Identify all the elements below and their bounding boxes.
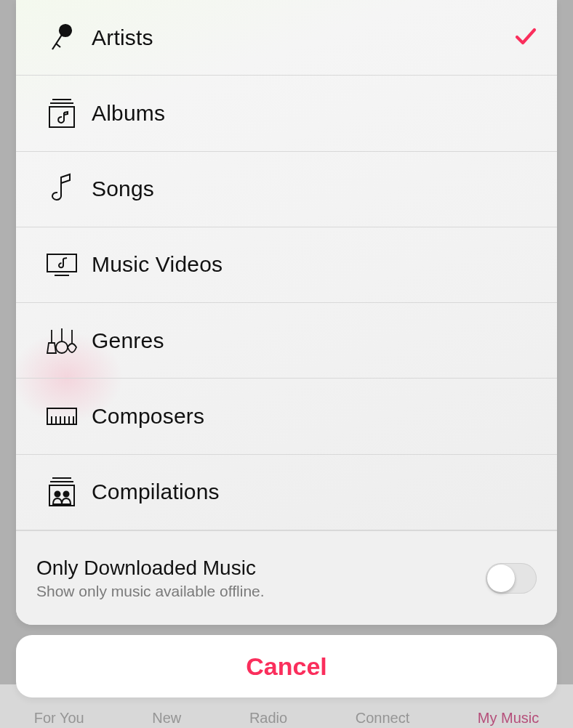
row-artists[interactable]: Artists [16, 0, 557, 76]
tab-radio: Radio [249, 710, 287, 727]
compilation-icon [36, 477, 87, 507]
row-label: Genres [92, 328, 164, 353]
row-label: Music Videos [92, 252, 223, 277]
svg-marker-9 [47, 343, 56, 353]
library-sort-sheet: Artists Albums Songs [16, 0, 557, 625]
tab-my-music: My Music [478, 710, 539, 727]
row-label: Artists [92, 25, 153, 50]
toggle-knob [487, 565, 515, 592]
row-songs[interactable]: Songs [16, 152, 557, 227]
tab-for-you: For You [34, 710, 84, 727]
row-composers[interactable]: Composers [16, 379, 557, 454]
svg-point-0 [60, 25, 71, 36]
tab-connect: Connect [356, 710, 410, 727]
row-only-downloaded[interactable]: Only Downloaded Music Show only music av… [16, 530, 557, 625]
guitars-icon [36, 325, 87, 356]
svg-rect-6 [47, 254, 76, 272]
svg-point-11 [56, 341, 68, 353]
svg-point-23 [55, 492, 60, 497]
tab-new: New [152, 710, 181, 727]
cancel-button[interactable]: Cancel [16, 635, 557, 697]
downloaded-toggle[interactable] [486, 563, 537, 594]
microphone-icon [36, 23, 87, 52]
row-label: Composers [92, 404, 204, 429]
album-icon [36, 98, 87, 129]
downloaded-subtitle: Show only music available offline. [36, 583, 265, 600]
note-icon [36, 173, 87, 205]
downloaded-title: Only Downloaded Music [36, 557, 265, 580]
cancel-label: Cancel [246, 652, 327, 681]
svg-line-1 [52, 35, 62, 49]
row-label: Compilations [92, 480, 220, 504]
piano-icon [36, 405, 87, 427]
svg-line-2 [56, 44, 60, 47]
row-label: Songs [92, 177, 154, 201]
row-label: Albums [92, 101, 165, 126]
row-music-videos[interactable]: Music Videos [16, 227, 557, 303]
row-albums[interactable]: Albums [16, 76, 557, 151]
video-icon [36, 251, 87, 278]
svg-point-24 [64, 492, 69, 497]
row-compilations[interactable]: Compilations [16, 455, 557, 530]
checkmark-icon [515, 27, 537, 49]
row-genres[interactable]: Genres [16, 303, 557, 379]
